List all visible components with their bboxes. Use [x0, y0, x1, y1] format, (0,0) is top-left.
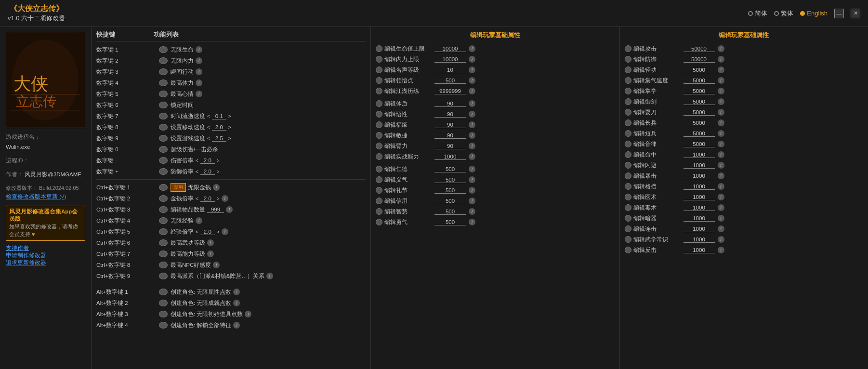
attr-info-icon[interactable]: !: [718, 183, 724, 190]
attr-info-icon[interactable]: !: [469, 111, 475, 118]
attr-value[interactable]: 50000: [684, 46, 715, 52]
info-icon[interactable]: !: [196, 79, 202, 86]
attr-value[interactable]: 500: [434, 187, 466, 194]
attr-value[interactable]: 90: [434, 132, 466, 139]
attr-value[interactable]: 500: [434, 219, 466, 225]
info-icon[interactable]: !: [196, 57, 202, 64]
hotkey-indicator[interactable]: [159, 239, 168, 246]
hotkey-indicator[interactable]: [159, 289, 168, 295]
info-icon[interactable]: !: [196, 91, 202, 97]
minimize-button[interactable]: —: [834, 9, 844, 18]
attr-value[interactable]: 500: [434, 209, 466, 215]
range-increase-button[interactable]: >: [228, 114, 231, 119]
attr-checkbox[interactable]: [376, 66, 382, 73]
attr-checkbox[interactable]: [625, 119, 631, 126]
attr-value[interactable]: 5000: [684, 120, 715, 126]
info-icon[interactable]: !: [233, 322, 240, 329]
support-author-link[interactable]: 支持作者: [6, 245, 85, 252]
attr-value[interactable]: 5000: [684, 131, 715, 137]
attr-value[interactable]: 1000: [684, 152, 715, 158]
attr-info-icon[interactable]: !: [718, 204, 724, 211]
attr-info-icon[interactable]: !: [718, 247, 724, 253]
info-icon[interactable]: !: [196, 68, 202, 75]
hotkey-indicator[interactable]: [159, 68, 168, 75]
attr-checkbox[interactable]: [376, 166, 382, 172]
attr-value[interactable]: 5000: [684, 141, 715, 147]
attr-value[interactable]: 10: [434, 67, 466, 73]
range-increase-button[interactable]: >: [217, 169, 220, 174]
attr-checkbox[interactable]: [625, 172, 631, 179]
range-decrease-button[interactable]: <: [207, 125, 210, 130]
attr-info-icon[interactable]: !: [469, 100, 475, 107]
info-icon[interactable]: !: [222, 228, 228, 235]
hotkey-indicator[interactable]: [159, 300, 168, 306]
request-trainer-link[interactable]: 申请制作修改器: [6, 252, 85, 259]
info-icon[interactable]: !: [213, 184, 220, 191]
hotkey-indicator[interactable]: [159, 79, 168, 86]
attr-value[interactable]: 5000: [684, 109, 715, 116]
attr-checkbox[interactable]: [376, 121, 382, 128]
attr-value[interactable]: 50000: [684, 56, 715, 63]
attr-info-icon[interactable]: !: [718, 215, 724, 222]
attr-value[interactable]: 10000: [434, 46, 466, 52]
attr-info-icon[interactable]: !: [469, 198, 475, 204]
attr-value[interactable]: 1000: [684, 237, 715, 243]
attr-checkbox[interactable]: [625, 162, 631, 169]
hotkey-indicator[interactable]: [159, 228, 168, 235]
hotkey-indicator[interactable]: [159, 124, 168, 131]
check-update-link[interactable]: 检查修改器版本更新 (√): [6, 194, 66, 199]
attr-info-icon[interactable]: !: [469, 132, 475, 139]
attr-info-icon[interactable]: !: [718, 88, 724, 94]
attr-checkbox[interactable]: [625, 194, 631, 200]
hotkey-indicator[interactable]: [159, 262, 168, 268]
hotkey-indicator[interactable]: [159, 113, 168, 119]
attr-info-icon[interactable]: !: [469, 66, 475, 73]
hotkey-indicator[interactable]: [159, 57, 168, 64]
attr-checkbox[interactable]: [376, 56, 382, 63]
hotkey-indicator[interactable]: [159, 195, 168, 202]
attr-checkbox[interactable]: [376, 208, 382, 215]
attr-checkbox[interactable]: [625, 130, 631, 137]
attr-checkbox[interactable]: [376, 77, 382, 84]
hotkey-indicator[interactable]: [159, 146, 168, 153]
attr-value[interactable]: 1000: [684, 226, 715, 232]
update-trainer-link[interactable]: 追求更新修改器: [6, 259, 85, 266]
attr-checkbox[interactable]: [625, 109, 631, 116]
attr-value[interactable]: 1000: [684, 184, 715, 190]
attr-checkbox[interactable]: [376, 187, 382, 194]
attr-value[interactable]: 90: [434, 111, 466, 118]
attr-value[interactable]: 5000: [684, 67, 715, 73]
lang-english[interactable]: English: [800, 10, 828, 17]
attr-info-icon[interactable]: !: [718, 162, 724, 169]
attr-value[interactable]: 10000: [434, 56, 466, 63]
attr-info-icon[interactable]: !: [718, 98, 724, 105]
attr-info-icon[interactable]: !: [469, 56, 475, 63]
apply-button[interactable]: 应用: [171, 183, 186, 192]
hotkey-indicator[interactable]: [159, 250, 168, 257]
info-icon[interactable]: !: [222, 195, 228, 202]
attr-value[interactable]: 9999999: [434, 88, 466, 94]
hotkey-indicator[interactable]: [159, 102, 168, 108]
attr-checkbox[interactable]: [376, 198, 382, 204]
info-icon[interactable]: !: [233, 300, 240, 306]
attr-checkbox[interactable]: [625, 88, 631, 94]
attr-checkbox[interactable]: [376, 219, 382, 225]
attr-value[interactable]: 1000: [684, 162, 715, 169]
attr-value[interactable]: 90: [434, 101, 466, 107]
edit-value[interactable]: 999: [207, 207, 224, 213]
attr-info-icon[interactable]: !: [718, 151, 724, 158]
attr-checkbox[interactable]: [376, 45, 382, 52]
attr-info-icon[interactable]: !: [718, 141, 724, 147]
info-icon[interactable]: !: [266, 273, 273, 279]
attr-checkbox[interactable]: [625, 151, 631, 158]
range-increase-button[interactable]: >: [217, 196, 220, 201]
attr-checkbox[interactable]: [376, 100, 382, 107]
attr-checkbox[interactable]: [625, 66, 631, 73]
info-icon[interactable]: !: [207, 250, 214, 257]
attr-info-icon[interactable]: !: [718, 45, 724, 52]
hotkey-indicator[interactable]: [159, 135, 168, 142]
attr-checkbox[interactable]: [625, 225, 631, 232]
range-decrease-button[interactable]: <: [207, 114, 210, 119]
hotkey-indicator[interactable]: [159, 168, 168, 175]
attr-info-icon[interactable]: !: [718, 172, 724, 179]
